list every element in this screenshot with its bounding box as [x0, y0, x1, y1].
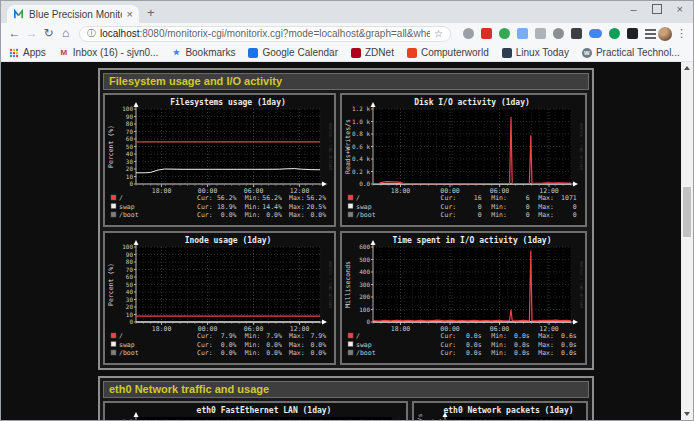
magnifier-extension-icon[interactable]	[463, 28, 474, 39]
chrome-menu-icon[interactable]: ⋮	[676, 27, 687, 40]
svg-text:Filesystems usage (1day): Filesystems usage (1day)	[170, 97, 286, 107]
browser-tab[interactable]: Blue Precision Monitorix ×	[7, 5, 139, 23]
bookmark-item[interactable]: Linux Today	[502, 47, 569, 58]
svg-text:500: 500	[359, 256, 370, 263]
reload-button[interactable]: ↻	[41, 25, 56, 42]
bookmark-item[interactable]: ZDNet	[351, 47, 394, 58]
svg-text:RRDTOOL / TOBI OETIKER: RRDTOOL / TOBI OETIKER	[579, 261, 583, 309]
bookmark-item[interactable]: ★Bookmarks	[171, 47, 235, 58]
scrollbar[interactable]	[681, 62, 693, 420]
svg-text:56.2%: 56.2%	[262, 194, 282, 202]
svg-text:Min:: Min:	[245, 349, 261, 357]
bookmark-item[interactable]: Google Calendar	[248, 47, 338, 58]
svg-text:18:00: 18:00	[152, 325, 172, 333]
svg-text:0: 0	[366, 318, 370, 325]
chart-body: eth0 FastEthernet LAN (1day)1.00.9	[122, 406, 392, 420]
svg-text:Min:: Min:	[491, 203, 507, 211]
bookmark-icon	[351, 48, 361, 58]
maximize-button[interactable]	[652, 4, 662, 14]
svg-text:Min:: Min:	[491, 341, 507, 349]
chart-filesystems-usage[interactable]: Filesystems usage (1day)0102030405060708…	[103, 93, 336, 227]
svg-text:0.0%: 0.0%	[266, 349, 282, 357]
svg-text:Cur:: Cur:	[441, 341, 457, 349]
svg-text:Min:: Min:	[245, 203, 261, 211]
svg-text:0.0s: 0.0s	[466, 349, 482, 357]
forward-button[interactable]: →	[24, 25, 39, 42]
back-button[interactable]: ←	[7, 25, 22, 42]
profile-avatar[interactable]	[658, 27, 672, 41]
gmail-extension-icon[interactable]	[481, 28, 492, 39]
section-network-title: eth0 Network traffic and usage	[103, 381, 589, 398]
bookmark-icon	[248, 48, 258, 58]
home-button[interactable]: ⌂	[58, 25, 73, 42]
bookmark-label: Apps	[23, 47, 46, 58]
bookmark-item[interactable]: MInbox (16) - sjvn0...	[59, 47, 159, 58]
svg-text:0: 0	[129, 318, 133, 325]
close-button[interactable]: ×	[677, 3, 683, 15]
svg-text:/: /	[356, 194, 360, 202]
scrollbar-thumb[interactable]	[683, 187, 691, 237]
svg-text:50: 50	[126, 143, 134, 150]
svg-text:0.0%: 0.0%	[311, 349, 327, 357]
bookmark-item[interactable]: Apps	[9, 47, 46, 58]
chart-svg: Filesystems usage (1day)0102030405060708…	[106, 96, 333, 224]
tab-close-icon[interactable]: ×	[127, 9, 133, 20]
bookmark-label: Practical Technol...	[596, 47, 680, 58]
chart-eth0-traffic[interactable]: eth0 FastEthernet LAN (1day)1.00.9	[103, 401, 408, 420]
svg-text:40: 40	[126, 288, 134, 295]
svg-text:Cur:: Cur:	[197, 349, 213, 357]
bookmark-star-icon[interactable]: ☆	[434, 28, 443, 39]
page-info-icon[interactable]: ⓘ	[87, 27, 96, 40]
pages-extension-icon[interactable]	[517, 28, 528, 39]
pin-extension-icon[interactable]	[627, 28, 638, 39]
eye-extension-icon[interactable]	[553, 28, 564, 39]
svg-text:0.0s: 0.0s	[466, 341, 482, 349]
svg-text:/boot: /boot	[356, 349, 376, 357]
svg-text:Max:: Max:	[538, 211, 554, 219]
globe-extension-icon[interactable]	[499, 28, 510, 39]
chart-eth0-packets[interactable]: eth0 Network packets (1day)1.0Packets/s	[412, 401, 588, 420]
bookmark-icon: ★	[171, 48, 181, 58]
minimize-button[interactable]: –	[630, 3, 636, 15]
svg-text:18.9%: 18.9%	[217, 203, 237, 211]
svg-text:40: 40	[126, 150, 134, 157]
svg-text:20: 20	[126, 165, 134, 172]
scrollbar-down-arrow[interactable]	[681, 408, 693, 420]
gray-extension-icon[interactable]	[535, 28, 546, 39]
svg-text:0.6s: 0.6s	[561, 332, 577, 340]
green-extension-icon[interactable]	[609, 28, 620, 39]
svg-text:70: 70	[126, 128, 134, 135]
chart-disk-io-activity[interactable]: Disk I/O activity (1day)0.00.2 k0.4 k0.6…	[340, 93, 587, 227]
svg-text:200: 200	[359, 293, 370, 300]
svg-text:0.0s: 0.0s	[514, 332, 530, 340]
bookmarks-bar: AppsMInbox (16) - sjvn0...★BookmarksGoog…	[1, 44, 693, 62]
chart-time-spent-io[interactable]: Time spent in I/O activity (1day)0100200…	[340, 231, 587, 365]
dark-extension-icon[interactable]	[571, 28, 582, 39]
svg-text:Max:: Max:	[538, 194, 554, 202]
svg-text:0.0%: 0.0%	[311, 341, 327, 349]
svg-text:Min:: Min:	[491, 349, 507, 357]
svg-text:18:00: 18:00	[391, 325, 411, 333]
new-tab-button[interactable]: +	[147, 5, 155, 21]
svg-text:Reads+Writes/s: Reads+Writes/s	[344, 119, 352, 174]
svg-text:RRDTOOL / TOBI OETIKER: RRDTOOL / TOBI OETIKER	[579, 123, 583, 171]
chart-row: Filesystems usage (1day)0102030405060708…	[103, 93, 589, 227]
svg-text:0.0%: 0.0%	[311, 211, 327, 219]
chart-inode-usage[interactable]: Inode usage (1day)0102030405060708090100…	[103, 231, 336, 365]
scrollbar-up-arrow[interactable]	[681, 62, 693, 74]
oval-extension-icon[interactable]	[589, 29, 602, 38]
svg-text:0: 0	[129, 180, 133, 187]
svg-text:/: /	[119, 194, 123, 202]
bookmark-item[interactable]: Computerworld	[407, 47, 489, 58]
bookmark-item[interactable]: WPractical Technol...	[582, 47, 680, 58]
address-bar[interactable]: ⓘ localhost:8080/monitorix-cgi/monitorix…	[79, 26, 451, 42]
svg-text:/boot: /boot	[119, 211, 139, 219]
chart-body: Disk I/O activity (1day)0.00.2 k0.4 k0.6…	[344, 97, 583, 195]
svg-text:Cur:: Cur:	[197, 203, 213, 211]
tune-extension-icon[interactable]	[645, 29, 656, 39]
svg-text:50: 50	[126, 281, 134, 288]
svg-text:Max:: Max:	[289, 341, 305, 349]
svg-text:100: 100	[122, 105, 133, 112]
svg-text:14.4%: 14.4%	[262, 203, 282, 211]
bookmark-icon: W	[582, 48, 592, 58]
